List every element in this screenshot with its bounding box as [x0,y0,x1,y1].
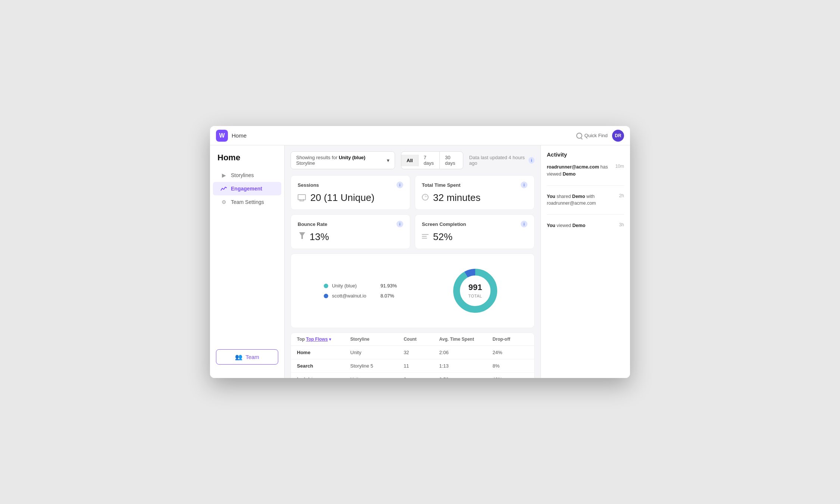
chart-icon [220,185,227,192]
cell-flow-2: Search [297,363,350,369]
date-filter-all[interactable]: All [401,155,419,166]
cell-dropoff-2: 8% [493,363,528,369]
col-header-storyline: Storyline [350,337,404,342]
col-header-avg-time: Avg. Time Spent [439,337,493,342]
sidebar-bottom: 👥 Team [210,343,284,371]
sidebar: Home ▶ Storylines Engagement ⚙ Team Sett… [210,145,285,378]
content-area: Showing results for Unity (blue) Storyli… [285,145,630,378]
stat-card-bounce-rate: Bounce Rate i 13% [291,214,410,249]
app-title: Home [232,132,576,139]
activity-item-2: You shared Demo with roadrunner@acme.com… [547,193,624,215]
title-bar-actions: Quick Find DR [576,130,624,142]
stat-title-bounce-rate: Bounce Rate [298,221,327,227]
cell-time-1: 2:06 [439,350,493,355]
cell-flow-3: Insights [297,377,350,378]
sidebar-item-engagement[interactable]: Engagement [213,182,281,195]
data-info: Data last updated 4 hours ago i [469,155,535,166]
stat-title-total-time: Total Time Spent [422,182,461,188]
info-icon[interactable]: i [521,182,527,188]
table-header: Top Top Flows ▾ Storyline Count Avg. Tim… [291,333,534,346]
cell-count-3: 8 [404,377,439,378]
cell-dropoff-1: 24% [493,350,528,355]
info-icon[interactable]: i [397,182,403,188]
storyline-selector[interactable]: Showing results for Unity (blue) Storyli… [291,151,395,169]
info-icon[interactable]: i [397,221,403,227]
quick-find-button[interactable]: Quick Find [576,133,608,139]
main-layout: Home ▶ Storylines Engagement ⚙ Team Sett… [210,145,630,378]
legend-label-unity: Unity (blue) [332,283,377,289]
svg-marker-0 [299,232,305,239]
col-header-count: Count [404,337,439,342]
legend-pct-scott: 8.07% [380,293,394,299]
app-logo: W [216,130,228,142]
stat-title-screen-completion: Screen Completion [422,221,466,227]
cell-time-2: 1:13 [439,363,493,369]
sidebar-item-team-settings[interactable]: ⚙ Team Settings [213,195,281,209]
cell-count-2: 11 [404,363,439,369]
sidebar-item-label: Team Settings [231,199,264,205]
gear-icon: ⚙ [220,199,227,205]
play-icon: ▶ [220,172,227,179]
filter-icon [299,232,305,240]
cell-storyline-2: Storyline 5 [350,363,404,369]
donut-chart: 991 TOTAL [449,265,501,317]
stat-value-bounce-rate: 13% [310,231,329,243]
chart-card: Unity (blue) 91.93% scott@walnut.io 8.07… [291,253,535,328]
cell-storyline-1: Unity [350,350,404,355]
legend-dot-unity [324,284,328,288]
stat-value-sessions: 20 (11 Unique) [310,192,374,204]
stat-card-total-time: Total Time Spent i 32 minutes [415,175,535,210]
sidebar-item-label: Storylines [231,172,254,178]
donut-label: TOTAL [468,294,482,298]
cell-dropoff-3: 40% [493,377,528,378]
stats-grid: Sessions i 20 (11 Unique) Total Time Spe… [291,175,535,249]
filter-bar: Showing results for Unity (blue) Storyli… [291,151,535,169]
col-header-dropoff: Drop-off [493,337,528,342]
search-icon [576,133,582,139]
list-icon [422,234,429,239]
activity-item-1: roadrunner@acme.com has viewed Demo 10m [547,164,624,186]
legend-item-unity: Unity (blue) 91.93% [324,283,397,289]
date-filter-7days[interactable]: 7 days [419,152,440,169]
legend-pct-unity: 91.93% [380,283,397,289]
title-bar: W Home Quick Find DR [210,126,630,145]
stat-card-sessions: Sessions i 20 (11 Unique) [291,175,410,210]
cell-count-1: 32 [404,350,439,355]
table-row: Insights Unity 8 0:50 40% [291,373,534,378]
monitor-icon [298,194,306,200]
stat-value-total-time: 32 minutes [433,192,480,204]
cell-time-3: 0:50 [439,377,493,378]
info-icon[interactable]: i [521,221,527,227]
stat-card-screen-completion: Screen Completion i 52% [415,214,535,249]
table-row: Search Storyline 5 11 1:13 8% [291,359,534,373]
activity-time-2: 2h [619,193,624,198]
activity-panel: Activity roadrunner@acme.com has viewed … [540,145,630,378]
cell-storyline-3: Unity [350,377,404,378]
table-row: Home Unity 32 2:06 24% [291,346,534,359]
team-icon: 👥 [235,353,242,360]
donut-total: 991 TOTAL [468,283,482,299]
app-window: W Home Quick Find DR Home ▶ Storylines [210,126,630,378]
stat-value-screen-completion: 52% [433,231,452,243]
stat-title-sessions: Sessions [298,182,319,188]
legend-item-scott: scott@walnut.io 8.07% [324,293,397,299]
activity-text-3: You viewed Demo [547,222,615,229]
sidebar-item-storylines[interactable]: ▶ Storylines [213,168,281,182]
chevron-down-icon: ▾ [387,157,389,163]
date-filter-30days[interactable]: 30 days [440,152,463,169]
activity-text-2: You shared Demo with roadrunner@acme.com [547,193,615,207]
chart-legend: Unity (blue) 91.93% scott@walnut.io 8.07… [324,283,397,299]
cell-flow-1: Home [297,350,350,355]
main-content: Showing results for Unity (blue) Storyli… [285,145,540,378]
storyline-select-text: Showing results for Unity (blue) Storyli… [296,155,379,166]
activity-time-3: 3h [619,222,624,227]
table-card: Top Top Flows ▾ Storyline Count Avg. Tim… [291,333,535,378]
avatar[interactable]: DR [612,130,624,142]
info-icon: i [529,157,535,164]
col-header-flows[interactable]: Top Top Flows ▾ [297,337,350,342]
legend-dot-scott [324,294,328,298]
sidebar-item-label: Engagement [231,186,262,192]
team-button[interactable]: 👥 Team [216,349,278,365]
activity-item-3: You viewed Demo 3h [547,222,624,237]
activity-time-1: 10m [615,164,624,169]
